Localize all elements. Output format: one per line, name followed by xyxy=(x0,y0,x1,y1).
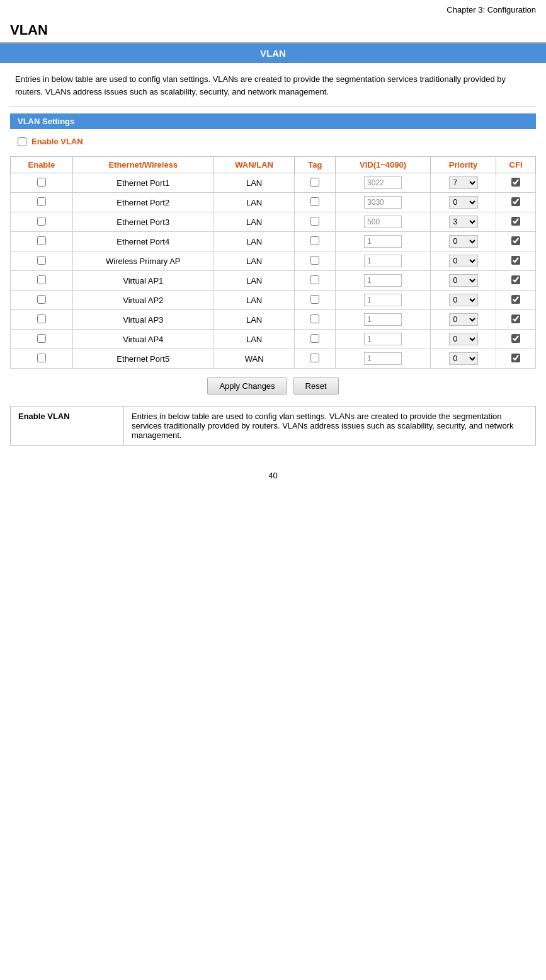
row-cfi-checkbox[interactable] xyxy=(511,256,520,265)
row-cfi-checkbox[interactable] xyxy=(511,314,520,323)
page-title: VLAN xyxy=(0,17,546,43)
priority-select[interactable]: 01234567 xyxy=(449,196,478,209)
wan-lan-cell: LAN xyxy=(213,291,295,310)
row-cfi-checkbox[interactable] xyxy=(511,354,520,362)
enable-cell xyxy=(11,232,73,251)
table-row: Ethernet Port2LAN01234567 xyxy=(11,193,536,212)
row-enable-checkbox[interactable] xyxy=(37,256,46,265)
row-tag-checkbox[interactable] xyxy=(310,197,319,206)
port-name-cell: Ethernet Port2 xyxy=(72,193,213,212)
row-cfi-checkbox[interactable] xyxy=(511,217,520,226)
tag-cell xyxy=(295,330,336,349)
row-enable-checkbox[interactable] xyxy=(37,178,46,187)
priority-select[interactable]: 01234567 xyxy=(449,313,478,326)
priority-cell: 01234567 xyxy=(430,173,496,193)
vlan-table-container: Enable Ethernet/Wireless WAN/LAN Tag VID… xyxy=(10,156,536,369)
priority-select[interactable]: 01234567 xyxy=(449,176,478,189)
cfi-cell xyxy=(496,251,536,271)
row-cfi-checkbox[interactable] xyxy=(511,197,520,206)
vlan-table: Enable Ethernet/Wireless WAN/LAN Tag VID… xyxy=(10,156,536,369)
port-name-cell: Virtual AP4 xyxy=(72,330,213,349)
row-tag-checkbox[interactable] xyxy=(310,314,319,323)
priority-cell: 01234567 xyxy=(430,310,496,330)
enable-cell xyxy=(11,251,73,271)
row-cfi-checkbox[interactable] xyxy=(511,295,520,304)
vid-input[interactable] xyxy=(364,313,402,326)
help-term: Enable VLAN xyxy=(11,406,124,446)
help-table: Enable VLAN Entries in below table are u… xyxy=(10,406,536,446)
row-tag-checkbox[interactable] xyxy=(310,295,319,304)
vid-cell xyxy=(336,349,431,369)
wan-lan-cell: LAN xyxy=(213,173,295,193)
priority-select[interactable]: 01234567 xyxy=(449,255,478,267)
apply-changes-button[interactable]: Apply Changes xyxy=(207,378,287,395)
enable-vlan-checkbox[interactable] xyxy=(18,137,26,146)
priority-select[interactable]: 01234567 xyxy=(449,294,478,306)
row-enable-checkbox[interactable] xyxy=(37,217,46,226)
vid-cell xyxy=(336,271,431,291)
enable-cell xyxy=(11,212,73,232)
row-cfi-checkbox[interactable] xyxy=(511,178,520,187)
port-name-cell: Ethernet Port1 xyxy=(72,173,213,193)
priority-cell: 01234567 xyxy=(430,212,496,232)
row-enable-checkbox[interactable] xyxy=(37,275,46,284)
cfi-cell xyxy=(496,291,536,310)
vid-input[interactable] xyxy=(364,216,402,228)
row-tag-checkbox[interactable] xyxy=(310,275,319,284)
vid-input[interactable] xyxy=(364,274,402,287)
cfi-cell xyxy=(496,173,536,193)
row-tag-checkbox[interactable] xyxy=(310,178,319,187)
row-tag-checkbox[interactable] xyxy=(310,334,319,343)
row-cfi-checkbox[interactable] xyxy=(511,275,520,284)
help-description: Entries in below table are used to confi… xyxy=(124,406,536,446)
col-ethernet-wireless: Ethernet/Wireless xyxy=(72,157,213,173)
row-enable-checkbox[interactable] xyxy=(37,354,46,362)
help-row: Enable VLAN Entries in below table are u… xyxy=(11,406,536,446)
row-enable-checkbox[interactable] xyxy=(37,334,46,343)
cfi-cell xyxy=(496,212,536,232)
port-name-cell: Wireless Primary AP xyxy=(72,251,213,271)
table-row: Ethernet Port3LAN01234567 xyxy=(11,212,536,232)
vid-cell xyxy=(336,310,431,330)
page-number: 40 xyxy=(0,471,546,480)
tag-cell xyxy=(295,310,336,330)
port-name-cell: Virtual AP2 xyxy=(72,291,213,310)
vid-input[interactable] xyxy=(364,176,402,189)
tag-cell xyxy=(295,173,336,193)
row-tag-checkbox[interactable] xyxy=(310,256,319,265)
row-enable-checkbox[interactable] xyxy=(37,197,46,206)
wan-lan-cell: LAN xyxy=(213,212,295,232)
table-row: Virtual AP2LAN01234567 xyxy=(11,291,536,310)
reset-button[interactable]: Reset xyxy=(293,378,339,395)
row-tag-checkbox[interactable] xyxy=(310,236,319,245)
wan-lan-cell: LAN xyxy=(213,310,295,330)
row-tag-checkbox[interactable] xyxy=(310,354,319,362)
tag-cell xyxy=(295,291,336,310)
vid-input[interactable] xyxy=(364,196,402,209)
vid-input[interactable] xyxy=(364,352,402,365)
port-name-cell: Virtual AP3 xyxy=(72,310,213,330)
priority-select[interactable]: 01234567 xyxy=(449,216,478,228)
port-name-cell: Ethernet Port4 xyxy=(72,232,213,251)
priority-select[interactable]: 01234567 xyxy=(449,352,478,365)
row-enable-checkbox[interactable] xyxy=(37,236,46,245)
tag-cell xyxy=(295,349,336,369)
priority-select[interactable]: 01234567 xyxy=(449,235,478,248)
enable-cell xyxy=(11,349,73,369)
vid-input[interactable] xyxy=(364,255,402,267)
table-row: Virtual AP1LAN01234567 xyxy=(11,271,536,291)
row-cfi-checkbox[interactable] xyxy=(511,334,520,343)
row-enable-checkbox[interactable] xyxy=(37,314,46,323)
row-cfi-checkbox[interactable] xyxy=(511,236,520,245)
wan-lan-cell: LAN xyxy=(213,251,295,271)
row-enable-checkbox[interactable] xyxy=(37,295,46,304)
priority-cell: 01234567 xyxy=(430,251,496,271)
tag-cell xyxy=(295,271,336,291)
vid-input[interactable] xyxy=(364,294,402,306)
vid-input[interactable] xyxy=(364,333,402,345)
priority-select[interactable]: 01234567 xyxy=(449,333,478,345)
priority-select[interactable]: 01234567 xyxy=(449,274,478,287)
row-tag-checkbox[interactable] xyxy=(310,217,319,226)
vid-input[interactable] xyxy=(364,235,402,248)
col-wan-lan: WAN/LAN xyxy=(213,157,295,173)
